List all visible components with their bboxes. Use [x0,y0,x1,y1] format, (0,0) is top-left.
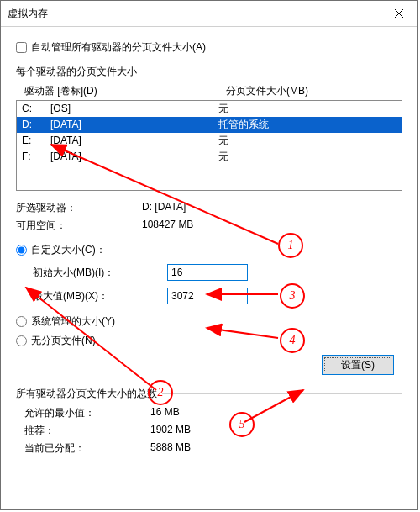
drive-label: [DATA] [50,134,218,148]
current-alloc-value: 5888 MB [150,441,191,456]
custom-size-label: 自定义大小(C)： [31,243,106,257]
initial-size-label: 初始大小(MB)(I)： [16,266,167,280]
auto-manage-checkbox[interactable] [16,42,27,53]
drive-list[interactable]: C:[OS]无D:[DATA]托管的系统E:[DATA]无F:[DATA]无 [16,100,402,191]
header-drive: 驱动器 [卷标](D) [24,84,226,98]
drive-letter: C: [22,102,50,116]
close-icon [395,9,403,18]
drive-row[interactable]: C:[OS]无 [17,101,402,117]
set-button[interactable]: 设置(S) [322,355,394,375]
no-paging-label: 无分页文件(N) [31,334,96,348]
initial-size-input[interactable] [167,264,248,281]
free-space-label: 可用空间： [16,219,142,233]
drive-list-header: 驱动器 [卷标](D) 分页文件大小(MB) [16,82,402,100]
drive-letter: F: [22,150,50,164]
system-managed-radio[interactable] [16,316,27,327]
step-badge-3: 3 [280,283,305,309]
drive-label: [DATA] [50,118,218,132]
drive-letter: D: [22,118,50,132]
recommended-label: 推荐： [24,424,150,438]
drive-paging: 托管的系统 [218,118,402,132]
drive-paging: 无 [218,134,402,148]
totals-title: 所有驱动器分页文件大小的总数 [16,387,157,401]
current-alloc-label: 当前已分配： [24,441,150,456]
min-allowed-value: 16 MB [150,406,180,420]
drive-row[interactable]: F:[DATA]无 [17,149,402,165]
titlebar: 虚拟内存 [1,1,417,27]
drive-letter: E: [22,134,50,148]
min-allowed-label: 允许的最小值： [24,406,150,420]
step-badge-4: 4 [280,328,305,353]
drive-row[interactable]: E:[DATA]无 [17,133,402,149]
custom-size-radio[interactable] [16,245,27,256]
close-button[interactable] [381,1,417,26]
per-drive-title: 每个驱动器的分页文件大小 [16,65,402,79]
selected-drive-value: D: [DATA] [142,201,186,215]
selected-drive-label: 所选驱动器： [16,201,142,215]
header-size: 分页文件大小(MB) [226,84,402,98]
system-managed-label: 系统管理的大小(Y) [31,314,115,329]
no-paging-radio[interactable] [16,335,27,346]
step-badge-1: 1 [278,233,303,258]
auto-manage-label: 自动管理所有驱动器的分页文件大小(A) [31,40,206,55]
drive-paging: 无 [218,102,402,116]
step-badge-5: 5 [229,412,255,437]
drive-label: [OS] [50,102,218,116]
separator [162,393,402,394]
drive-row[interactable]: D:[DATA]托管的系统 [17,117,402,133]
free-space-value: 108427 MB [142,219,193,233]
recommended-value: 1902 MB [150,424,191,438]
step-badge-2: 2 [148,380,173,405]
drive-paging: 无 [218,150,402,164]
virtual-memory-dialog: 虚拟内存 自动管理所有驱动器的分页文件大小(A) 每个驱动器的分页文件大小 驱动… [0,0,418,510]
content-area: 自动管理所有驱动器的分页文件大小(A) 每个驱动器的分页文件大小 驱动器 [卷标… [1,27,417,509]
window-title: 虚拟内存 [8,7,381,21]
max-size-label: 最大值(MB)(X)： [16,289,167,304]
drive-label: [DATA] [50,150,218,164]
max-size-input[interactable] [167,288,248,304]
